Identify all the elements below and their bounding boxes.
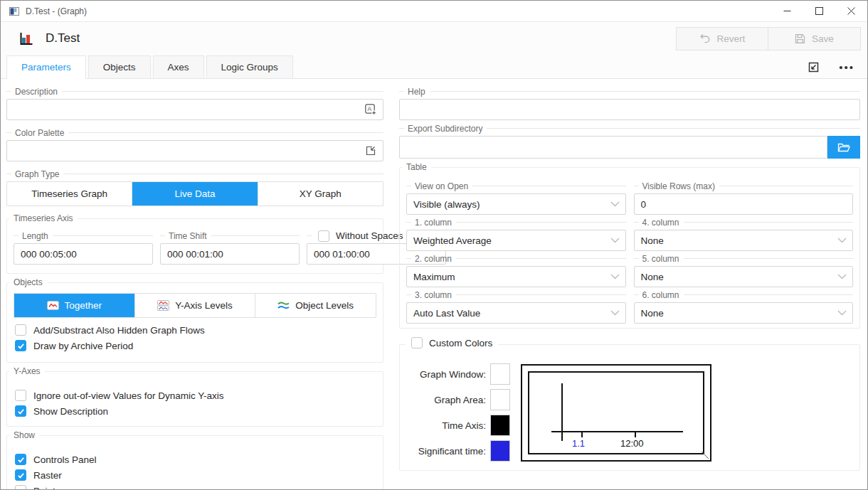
column-2-label: 2. column (415, 254, 452, 264)
app-icon (9, 7, 19, 16)
significant-time-label: Significant time: (406, 446, 486, 457)
without-spaces-checkbox[interactable] (318, 230, 329, 242)
column-2-select[interactable]: Maximum (406, 266, 626, 287)
custom-color-rows: Graph Window: Graph Area: Time Axis: (406, 363, 510, 466)
chevron-down-icon (837, 274, 847, 279)
graph-logo-icon (19, 32, 33, 46)
export-subdirectory-input[interactable] (399, 136, 827, 159)
objects-label: Objects (9, 277, 47, 287)
export-icon[interactable] (807, 60, 820, 74)
description-label: Description (15, 87, 58, 97)
visible-rows-input[interactable] (634, 193, 854, 215)
export-subdirectory-label: Export Subdirectory (408, 124, 482, 134)
show-description-checkbox[interactable] (15, 405, 26, 417)
preview-time-label: 12:00 (620, 438, 644, 449)
tab-axes[interactable]: Axes (153, 55, 204, 79)
column-4-select[interactable]: None (634, 230, 854, 251)
objects-option-together[interactable]: Together (14, 294, 134, 317)
column-6-select[interactable]: None (634, 302, 854, 324)
yaxis-levels-icon (157, 300, 169, 311)
tab-objects[interactable]: Objects (88, 55, 151, 79)
color-palette-input[interactable] (6, 140, 383, 161)
graph-window-label: Graph Window: (406, 369, 486, 380)
revert-button[interactable]: Revert (676, 27, 768, 50)
custom-colors-checkbox[interactable] (411, 337, 423, 348)
column-3-label: 3. column (415, 290, 452, 300)
column-1-select[interactable]: Weighted Average (406, 230, 626, 251)
hidden-flows-checkbox[interactable] (15, 324, 26, 336)
folder-open-icon (837, 142, 850, 152)
browse-folder-button[interactable] (827, 136, 860, 159)
preview-corner-line (702, 452, 709, 459)
close-button[interactable] (835, 1, 867, 21)
preview-graph-area (528, 371, 704, 454)
graph-type-option-timeseries[interactable]: Timeseries Graph (7, 182, 132, 206)
graph-window-swatch[interactable] (490, 363, 510, 385)
table-label: Table (402, 162, 431, 172)
ignore-out-of-view-checkbox[interactable] (15, 390, 26, 401)
objects-option-yaxis-levels[interactable]: Y-Axis Levels (134, 294, 255, 317)
undo-icon (699, 33, 711, 44)
tab-parameters[interactable]: Parameters (6, 55, 86, 79)
preview-tick (581, 431, 583, 437)
chevron-down-icon (610, 310, 620, 316)
column-5-select[interactable]: None (634, 266, 854, 287)
minimize-button[interactable] (771, 1, 803, 21)
table-group: Table View on Open Visible (always) Visi… (399, 167, 860, 329)
custom-colors-group: Custom Colors Graph Window: Graph Area: (399, 344, 860, 471)
help-label: Help (408, 87, 425, 97)
controls-panel-checkbox[interactable] (15, 454, 26, 465)
revert-label: Revert (717, 33, 746, 44)
close-icon (847, 7, 855, 15)
significant-time-swatch[interactable] (490, 440, 510, 462)
controls-panel-label: Controls Panel (33, 454, 97, 465)
description-input[interactable]: A (6, 99, 383, 120)
select-reference-icon[interactable] (364, 144, 377, 157)
color-palette-label: Color Palette (15, 128, 64, 138)
column-3-select[interactable]: Auto Last Value (406, 302, 626, 324)
graph-area-label: Graph Area: (406, 395, 486, 405)
graph-type-segmented: Timeseries Graph Live Data XY Graph (6, 181, 383, 206)
show-label: Show (9, 430, 39, 440)
more-options-icon[interactable]: ••• (839, 64, 854, 71)
svg-text:A: A (368, 105, 372, 112)
chevron-down-icon (610, 201, 620, 207)
pointer-label: Pointer (33, 486, 64, 490)
check-icon (17, 408, 25, 415)
graph-type-label: Graph Type (15, 169, 59, 179)
colors-preview: 1.1 12:00 (521, 364, 711, 462)
objects-option-object-levels[interactable]: Object Levels (255, 294, 376, 317)
length-input[interactable] (14, 243, 153, 265)
length-label: Length (22, 231, 48, 241)
tab-logic-groups[interactable]: Logic Groups (206, 55, 293, 79)
raster-label: Raster (33, 470, 62, 481)
time-axis-swatch[interactable] (490, 415, 510, 436)
graph-type-option-xy[interactable]: XY Graph (258, 182, 383, 206)
raster-checkbox[interactable] (15, 469, 26, 481)
maximize-button[interactable] (803, 1, 835, 21)
chevron-down-icon (610, 238, 620, 243)
time-shift-input[interactable] (160, 243, 300, 265)
text-translate-icon[interactable]: A (364, 103, 377, 116)
preview-time-axis (551, 431, 683, 432)
archive-period-checkbox[interactable] (15, 340, 26, 351)
column-6-label: 6. column (642, 290, 679, 300)
help-input[interactable] (399, 99, 860, 120)
title-bar: D.Test - (Graph) (1, 1, 867, 22)
column-1-label: 1. column (415, 218, 452, 228)
graph-area-swatch[interactable] (490, 389, 510, 410)
preview-tick (635, 431, 636, 437)
tab-bar: Parameters Objects Axes Logic Groups ••• (1, 55, 867, 79)
pointer-checkbox[interactable] (15, 485, 26, 490)
custom-colors-label: Custom Colors (429, 338, 492, 348)
time-shift-label: Time Shift (169, 231, 207, 241)
ignore-out-of-view-label: Ignore out-of-view Values for Dynamic Y-… (33, 390, 224, 401)
without-spaces-label: Without Spaces (336, 230, 403, 241)
hidden-flows-label: Add/Substract Also Hidden Graph Flows (33, 325, 205, 336)
save-button[interactable]: Save (768, 27, 861, 50)
view-on-open-select[interactable]: Visible (always) (406, 193, 626, 215)
timeseries-axis-group: Timeseries Axis Length Time Shift Withou… (6, 218, 383, 274)
objects-segmented: Together Y-Axis Levels (14, 293, 376, 318)
graph-type-option-live-data[interactable]: Live Data (132, 182, 257, 206)
y-axes-label: Y-Axes (9, 366, 45, 376)
